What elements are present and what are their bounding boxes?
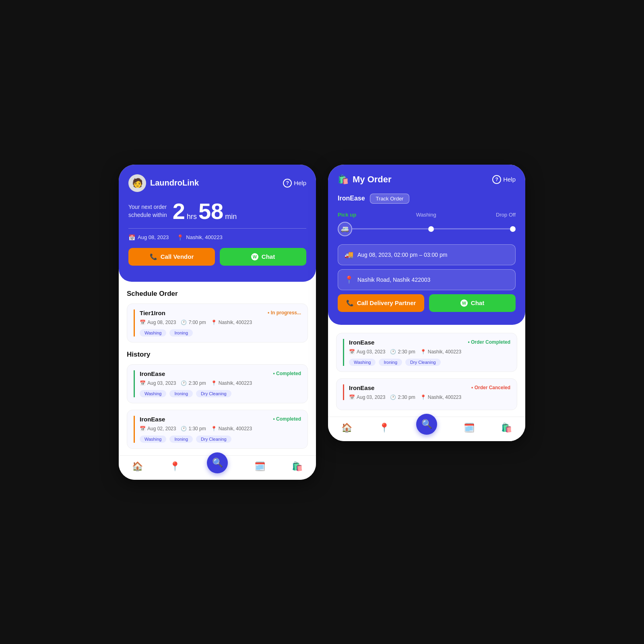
history-card-2-inner: IronEase • Completed 📅Aug 02, 2023 🕐1:30… [134,416,301,443]
help-button[interactable]: ? Help [283,179,306,188]
h1-status: • Completed [273,371,301,376]
nav-shop[interactable]: 🛍️ [292,461,303,473]
p2-h1-top: IronEase • Order Completed [349,339,510,346]
phone-icon-2: 📞 [346,299,354,307]
p2-history-card-2: IronEase • Order Canceled 📅Aug 03, 2023 … [336,378,517,410]
chat-button[interactable]: W Chat [220,248,306,266]
p2-title-row: 🛍️ My Order [338,174,392,185]
order-meta: 📅Aug 08, 2023 🕐7:00 pm 📍Nashik, 400223 [140,320,301,325]
p2-h2-top: IronEase • Order Canceled [349,384,510,391]
h2-loc: Nashik, 400223 [219,426,252,431]
order-card-top: Tier1Iron • In progress... [140,310,301,316]
hrs-label: hrs [187,213,197,221]
help-icon: ? [283,179,292,188]
p2-nav-home[interactable]: 🏠 [341,423,352,434]
home-icon: 🏠 [132,461,143,472]
track-order-button[interactable]: Track Order [370,194,410,204]
p1-action-row: 📞 Call Vendor W Chat [128,248,306,266]
p2-help-button[interactable]: ? Help [492,175,516,184]
p2-nav-shop[interactable]: 🛍️ [501,423,512,434]
p2-h1-pin: 📍 [420,349,426,355]
p2-header: 🛍️ My Order ? Help IronEase Track Order … [328,165,525,325]
p2-h1-clk: 🕐 [390,349,396,355]
address-info-card: 📍 Nashik Road, Nashik 422003 [338,269,516,290]
order-loc: Nashik, 400223 [219,320,252,325]
timer-mins: 58 [198,200,223,223]
p2-h1-meta: 📅Aug 03, 2023 🕐2:30 pm 📍Nashik, 400223 [349,349,510,355]
p1-brand: 🧑 LaundroLink [128,174,199,192]
h2-tag-3: Dry Cleaning [196,436,231,443]
history-card-2: IronEase • Completed 📅Aug 02, 2023 🕐1:30… [127,410,308,449]
call-vendor-button[interactable]: 📞 Call Vendor [128,248,215,266]
nav-search-button[interactable]: 🔍 [207,452,228,473]
p2-progress-labels: Pick up Washing Drop Off [338,212,516,218]
phone-2: 🛍️ My Order ? Help IronEase Track Order … [328,165,525,441]
avatar: 🧑 [128,174,146,192]
schedule-section-title: Schedule Order [127,290,308,298]
h2-tag-1: Washing [140,436,166,443]
help-label: Help [294,180,306,186]
chat-label: Chat [262,253,275,260]
date-value: Aug 08, 2023 [138,234,169,240]
history-card-1-inner: IronEase • Completed 📅Aug 03, 2023 🕐2:30… [134,370,301,397]
h1-loc-icon: 📍 [211,380,217,386]
orders-icon: 🗓️ [254,461,265,472]
p2-vendor-name: IronEase [338,195,365,202]
p2-topbar: 🛍️ My Order ? Help [338,174,516,185]
p2-h1-status: • Order Completed [468,339,510,345]
order-loc-icon: 📍 [211,320,217,325]
p2-h1-loc: Nashik, 400223 [428,349,461,355]
screens-container: 🧑 LaundroLink ? Help Your next ordersche… [119,165,525,480]
call-delivery-partner-button[interactable]: 📞 Call Delivery Partner [338,294,424,312]
nav-home[interactable]: 🏠 [132,461,143,473]
p1-topbar: 🧑 LaundroLink ? Help [128,174,306,192]
p2-history-card-1: IronEase • Order Completed 📅Aug 03, 2023… [336,333,517,372]
p2-h2-status: • Order Canceled [471,385,510,390]
h1-tag-3: Dry Cleaning [196,390,231,397]
p1-bottom-nav: 🏠 📍 🔍 🗓️ 🛍️ [119,455,316,480]
p2-orders-icon: 🗓️ [464,423,475,433]
shop-icon: 🛍️ [292,461,303,472]
p2-h1-tags: Washing Ironing Dry Cleaning [349,359,510,366]
h2-name: IronEase [140,416,165,423]
p2-h2-cal: 📅 [349,394,355,400]
p2-h1-date: Aug 03, 2023 [357,349,385,355]
p2-h1-tag-2: Ironing [379,359,402,366]
p2-nav-search-button[interactable]: 🔍 [416,414,437,435]
p2-h2-pin: 📍 [420,394,426,400]
p2-h2-clk: 🕐 [390,394,396,400]
location-value: Nashik, 400223 [186,234,222,240]
h1-time: 2:30 pm [188,380,206,386]
h1-top: IronEase • Completed [140,370,301,377]
call-delivery-label: Call Delivery Partner [357,299,416,306]
history-card-1: IronEase • Completed 📅Aug 03, 2023 🕐2:30… [127,364,308,403]
p2-chat-label: Chat [471,299,484,306]
p2-h1-inner: IronEase • Order Completed 📅Aug 03, 2023… [343,339,510,366]
brand-name: LaundroLink [150,178,199,188]
p2-h1-cal: 📅 [349,349,355,355]
h1-meta: 📅Aug 03, 2023 🕐2:30 pm 📍Nashik, 400223 [140,380,301,386]
track-dot-1 [428,226,434,232]
p1-body: Schedule Order Tier1Iron • In progress..… [119,282,316,449]
p2-progress-bar: 🚐 [338,222,516,236]
nav-location[interactable]: 📍 [169,461,180,473]
p2-h1-tag-1: Washing [349,359,376,366]
p2-bottom-nav: 🏠 📍 🔍 🗓️ 🛍️ [328,417,525,441]
search-icon: 🔍 [212,458,223,468]
h2-tag-2: Ironing [169,436,193,443]
datetime-info-card: 🚚 Aug 08, 2023, 02:00 pm – 03:00 pm [338,244,516,265]
p2-nav-orders[interactable]: 🗓️ [464,423,475,434]
h2-cal-icon: 📅 [140,426,146,431]
truck-icon: 🚐 [338,222,352,236]
h2-time-icon: 🕐 [181,426,187,431]
nav-orders[interactable]: 🗓️ [254,461,265,473]
schedule-label: Your next orderschedule within [128,203,167,219]
order-status-badge: • In progress... [268,310,301,316]
address-info: Nashik Road, Nashik 422003 [357,277,430,283]
order-tags: Washing Ironing [140,329,301,336]
p2-nav-location[interactable]: 📍 [379,423,390,434]
h1-tag-2: Ironing [169,390,193,397]
tag-ironing: Ironing [169,329,193,336]
p2-chat-button[interactable]: W Chat [429,294,516,312]
p2-body: IronEase • Order Completed 📅Aug 03, 2023… [328,325,525,410]
